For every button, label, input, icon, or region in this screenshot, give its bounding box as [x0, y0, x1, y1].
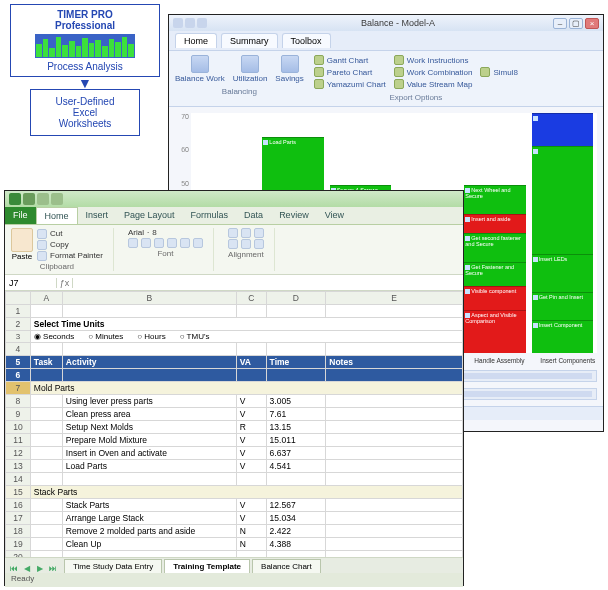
row-header[interactable]: 11 [6, 434, 31, 447]
cell[interactable] [326, 460, 463, 473]
cell[interactable] [326, 525, 463, 538]
chart-segment[interactable] [532, 146, 593, 254]
cell[interactable] [236, 473, 266, 486]
sheet-tab[interactable]: Balance Chart [252, 559, 321, 573]
cell[interactable] [266, 473, 326, 486]
qat-icon[interactable] [197, 18, 207, 28]
cell[interactable]: 15.011 [266, 434, 326, 447]
cell[interactable] [30, 499, 62, 512]
ribbon-small-button[interactable]: Yamazumi Chart [314, 79, 386, 89]
fx-icon[interactable]: ƒx [57, 278, 73, 288]
align-right-icon[interactable] [254, 239, 264, 249]
cell[interactable]: V [236, 434, 266, 447]
row-header[interactable]: 13 [6, 460, 31, 473]
cell[interactable] [266, 369, 326, 382]
cell[interactable]: Remove 2 molded parts and aside [62, 525, 236, 538]
close-button[interactable]: × [585, 18, 599, 29]
undo-icon[interactable] [37, 193, 49, 205]
border-icon[interactable] [167, 238, 177, 248]
cell[interactable]: Prepare Mold Mixture [62, 434, 236, 447]
cell[interactable]: 2.422 [266, 525, 326, 538]
cell[interactable] [30, 395, 62, 408]
underline-icon[interactable] [154, 238, 164, 248]
sheet-tab[interactable]: Training Template [164, 559, 250, 573]
radio-option[interactable]: ○ Minutes [88, 332, 123, 341]
ribbon-small-button[interactable]: Gantt Chart [314, 55, 386, 65]
ribbon-button[interactable]: Savings [275, 55, 303, 83]
ribbon-item[interactable]: Cut [37, 229, 103, 239]
name-box[interactable]: J7 [5, 278, 57, 288]
table-header[interactable]: Activity [62, 356, 236, 369]
col-header[interactable]: B [62, 292, 236, 305]
cell[interactable]: Mold Parts [30, 382, 462, 395]
cell[interactable]: 4.388 [266, 538, 326, 551]
cell[interactable] [30, 421, 62, 434]
row-header[interactable]: 10 [6, 421, 31, 434]
chart-segment[interactable]: Get Fastener and Secure [464, 262, 525, 286]
row-header[interactable]: 16 [6, 499, 31, 512]
excel-tab[interactable]: Formulas [183, 207, 237, 224]
minimize-button[interactable]: – [553, 18, 567, 29]
ribbon-small-button[interactable]: Simul8 [480, 67, 517, 77]
balance-tab[interactable]: Home [175, 33, 217, 48]
sheet-nav-next-icon[interactable]: ▶ [34, 564, 46, 573]
excel-tab[interactable]: Data [236, 207, 271, 224]
cell[interactable] [236, 343, 266, 356]
cell[interactable] [266, 305, 326, 318]
row-header[interactable]: 15 [6, 486, 31, 499]
radio-option[interactable]: ○ Hours [137, 332, 165, 341]
cell[interactable]: V [236, 408, 266, 421]
cell[interactable] [30, 512, 62, 525]
cell[interactable]: Arrange Large Stack [62, 512, 236, 525]
cell[interactable]: Stack Parts [62, 499, 236, 512]
excel-grid-scroll[interactable]: ABCDE 12Select Time Units3◉ Seconds○ Min… [5, 291, 463, 557]
italic-icon[interactable] [141, 238, 151, 248]
cell[interactable]: Using lever press parts [62, 395, 236, 408]
cell[interactable] [30, 473, 62, 486]
chart-segment[interactable]: Next Wheel and Secure [464, 185, 525, 214]
ribbon-item[interactable]: Copy [37, 240, 103, 250]
cell[interactable] [326, 395, 463, 408]
radio-option[interactable]: ○ TMU's [180, 332, 210, 341]
col-header[interactable] [6, 292, 31, 305]
paste-icon[interactable] [11, 228, 33, 252]
align-mid-icon[interactable] [241, 228, 251, 238]
sheet-nav-first-icon[interactable]: ⏮ [8, 564, 20, 573]
cell[interactable]: N [236, 525, 266, 538]
cell[interactable]: 3.005 [266, 395, 326, 408]
font-size[interactable]: 8 [152, 228, 156, 237]
sheet-nav-prev-icon[interactable]: ◀ [21, 564, 33, 573]
radio-option[interactable]: ◉ Seconds [34, 332, 74, 341]
chart-column[interactable]: Insert ComponentGet Pin and InsertInsert… [532, 113, 593, 353]
cell[interactable] [326, 512, 463, 525]
cell[interactable]: Clean press area [62, 408, 236, 421]
row-header[interactable]: 8 [6, 395, 31, 408]
cell[interactable] [326, 408, 463, 421]
cell[interactable]: V [236, 447, 266, 460]
ribbon-item[interactable]: Format Painter [37, 251, 103, 261]
balance-tab[interactable]: Summary [221, 33, 278, 48]
cell[interactable] [326, 473, 463, 486]
col-header[interactable]: C [236, 292, 266, 305]
maximize-button[interactable]: ▢ [569, 18, 583, 29]
row-header[interactable]: 17 [6, 512, 31, 525]
row-header[interactable]: 2 [6, 318, 31, 331]
cell[interactable] [326, 499, 463, 512]
font-color-icon[interactable] [193, 238, 203, 248]
ribbon-button[interactable]: Balance Work [175, 55, 225, 83]
ribbon-small-button[interactable]: Value Stream Map [394, 79, 473, 89]
redo-icon[interactable] [51, 193, 63, 205]
col-header[interactable]: A [30, 292, 62, 305]
ribbon-small-button[interactable]: Pareto Chart [314, 67, 386, 77]
cell[interactable] [30, 408, 62, 421]
cell[interactable]: 12.567 [266, 499, 326, 512]
excel-tab[interactable]: View [317, 207, 352, 224]
cell[interactable] [30, 525, 62, 538]
row-header[interactable]: 9 [6, 408, 31, 421]
ribbon-small-button[interactable]: Work Instructions [394, 55, 473, 65]
cell[interactable]: V [236, 512, 266, 525]
sheet-tab[interactable]: Time Study Data Entry [64, 559, 162, 573]
table-header[interactable]: VA [236, 356, 266, 369]
fill-color-icon[interactable] [180, 238, 190, 248]
cell[interactable] [62, 305, 236, 318]
